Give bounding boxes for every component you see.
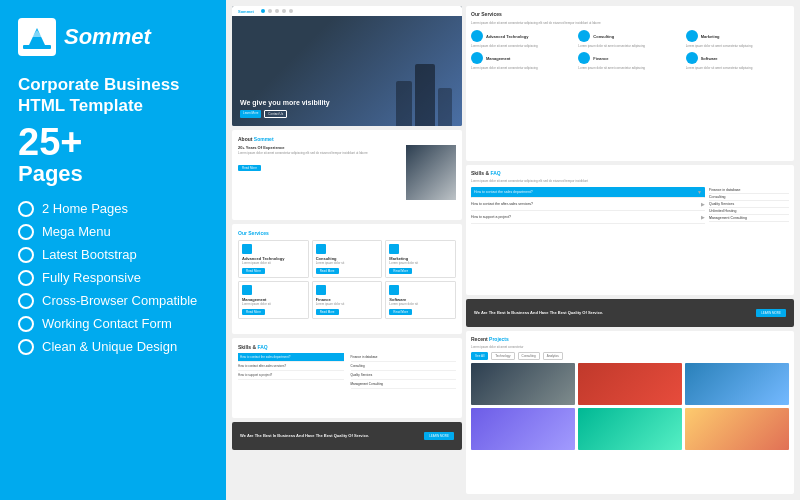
- circle-bullet-icon: [18, 270, 34, 286]
- project-thumb-5: [578, 408, 682, 450]
- hero-preview: Sommet We give you more visibility Learn…: [232, 6, 462, 126]
- skills-faq-inner: How to contact the sales department? ▼ H…: [471, 187, 789, 224]
- hero-text-overlay: We give you more visibility Learn More C…: [240, 98, 330, 118]
- logo-text: Sommet: [64, 24, 151, 50]
- svc-title: Management: [486, 56, 510, 61]
- feature-item: Latest Bootstrap: [18, 247, 208, 263]
- hero-btn-2: Contact Us: [264, 110, 287, 118]
- logo-area: Sommet: [18, 18, 208, 56]
- faq-item: How to contact after-sales services?: [238, 362, 344, 371]
- service-icon: [389, 244, 399, 254]
- hero-nav: Sommet: [232, 6, 462, 16]
- feature-item: Cross-Browser Compatible: [18, 293, 208, 309]
- skills-faq-desc: Lorem ipsum dolor sit amet consectetur a…: [471, 179, 789, 183]
- project-thumb-6: [685, 408, 789, 450]
- logo-icon: [18, 18, 56, 56]
- svc-title: Advanced Technology: [486, 34, 528, 39]
- figure-group: [396, 64, 452, 126]
- preview-right-column: Our Services Lorem ipsum dolor sit amet …: [466, 6, 794, 494]
- skills-section-title-left: Skills & FAQ: [238, 344, 456, 350]
- svg-rect-3: [23, 45, 51, 49]
- service-circle-icon: [578, 30, 590, 42]
- service-card-6: Software Lorem ipsum dolor sit Read More: [385, 281, 456, 319]
- filter-btn-all[interactable]: See All: [471, 352, 488, 360]
- hero-btn-1: Learn More: [240, 110, 261, 118]
- projects-grid: [471, 363, 789, 450]
- service-btn: Read More: [242, 268, 265, 274]
- preview-left-column: Sommet We give you more visibility Learn…: [232, 6, 462, 494]
- about-content: 20+ Years Of Experience Lorem ipsum dolo…: [238, 145, 456, 200]
- service-circle-icon: [471, 30, 483, 42]
- project-thumb-3: [685, 363, 789, 405]
- right-panel: Sommet We give you more visibility Learn…: [226, 0, 800, 500]
- service-card-5: Finance Lorem ipsum dolor sit Read More: [312, 281, 383, 319]
- service-desc: Lorem ipsum dolor sit: [316, 261, 345, 265]
- services-preview-right: Our Services Lorem ipsum dolor sit amet …: [466, 6, 794, 161]
- service-circle-icon: [686, 52, 698, 64]
- circle-bullet-icon: [18, 224, 34, 240]
- filter-btn-consulting[interactable]: Consulting: [518, 352, 540, 360]
- skill-item: Consulting: [351, 362, 457, 371]
- skill-item: Management Consulting: [351, 380, 457, 389]
- service-card-right-6: Software Lorem ipsum dolor sit amet cons…: [686, 52, 789, 70]
- skills-column: Finance in database Consulting Quality S…: [709, 187, 789, 224]
- service-card-right-3: Marketing Lorem ipsum dolor sit amet con…: [686, 30, 789, 48]
- nav-item: [268, 9, 272, 13]
- feature-label: 2 Home Pages: [42, 201, 128, 216]
- feature-item: Working Contact Form: [18, 316, 208, 332]
- feature-label: Cross-Browser Compatible: [42, 293, 197, 308]
- svc-desc: Lorem ipsum dolor sit amet consectetur a…: [578, 66, 681, 70]
- filter-btn-analytics[interactable]: Analytics: [543, 352, 563, 360]
- svc-desc: Lorem ipsum dolor sit amet consectetur a…: [471, 66, 574, 70]
- filter-btn-tech[interactable]: Technology: [491, 352, 514, 360]
- projects-filter: See All Technology Consulting Analytics: [471, 352, 789, 360]
- feature-item: 2 Home Pages: [18, 201, 208, 217]
- faq-question: How to contact the sales department?: [474, 190, 533, 194]
- svc-title: Finance: [593, 56, 608, 61]
- service-icon: [316, 244, 326, 254]
- product-title-text: Corporate Business HTML Template: [18, 75, 180, 115]
- circle-bullet-icon: [18, 339, 34, 355]
- banner-text-right: We Are The Best In Business And Have The…: [474, 310, 603, 315]
- skill-item: Quality Services: [351, 371, 457, 380]
- nav-item: [261, 9, 265, 13]
- pages-label: Pages: [18, 161, 208, 187]
- service-desc: Lorem ipsum dolor sit: [316, 302, 345, 306]
- service-card-4: Management Lorem ipsum dolor sit Read Mo…: [238, 281, 309, 319]
- nav-item: [282, 9, 286, 13]
- meeting-image: [406, 145, 456, 200]
- faq-arrow-icon: ▶: [701, 201, 705, 207]
- service-icon: [242, 244, 252, 254]
- about-image: [406, 145, 456, 200]
- svc-title: Software: [701, 56, 718, 61]
- services-desc-right: Lorem ipsum dolor sit amet consectetur a…: [471, 21, 789, 25]
- faq-col-left: How to contact the sales department? How…: [238, 353, 344, 389]
- nav-item: [289, 9, 293, 13]
- service-btn: Read More: [242, 309, 265, 315]
- banner-btn-right: LEARN MORE: [756, 309, 786, 317]
- circle-bullet-icon: [18, 316, 34, 332]
- skills-faq-inner: How to contact the sales department? How…: [238, 353, 456, 389]
- service-card-1: Advanced Technology Lorem ipsum dolor si…: [238, 240, 309, 278]
- service-icon: [316, 285, 326, 295]
- service-circle-icon: [686, 30, 698, 42]
- faq-arrow-icon: ▼: [697, 189, 702, 195]
- about-subheading: 20+ Years Of Experience: [238, 145, 402, 150]
- project-thumb-4: [471, 408, 575, 450]
- skills-faq-preview-right: Skills & FAQ Lorem ipsum dolor sit amet …: [466, 165, 794, 295]
- service-desc: Lorem ipsum dolor sit: [389, 261, 418, 265]
- skills-faq-preview-left: Skills & FAQ How to contact the sales de…: [232, 338, 462, 418]
- service-icon: [389, 285, 399, 295]
- feature-label: Working Contact Form: [42, 316, 172, 331]
- services-grid-right: Advanced Technology Lorem ipsum dolor si…: [471, 30, 789, 70]
- service-card-right-1: Advanced Technology Lorem ipsum dolor si…: [471, 30, 574, 48]
- services-preview: Our Services Advanced Technology Lorem i…: [232, 224, 462, 334]
- about-preview: About Sommet 20+ Years Of Experience Lor…: [232, 130, 462, 220]
- svc-desc: Lorem ipsum dolor sit amet consectetur a…: [686, 44, 789, 48]
- faq-arrow-icon: ▶: [701, 214, 705, 220]
- faq-item-1: How to contact the sales department? ▼: [471, 187, 705, 198]
- feature-list: 2 Home Pages Mega Menu Latest Bootstrap …: [18, 201, 208, 355]
- projects-section-title: Recent Projects: [471, 336, 789, 342]
- big-number: 25+: [18, 123, 208, 161]
- feature-label: Latest Bootstrap: [42, 247, 137, 262]
